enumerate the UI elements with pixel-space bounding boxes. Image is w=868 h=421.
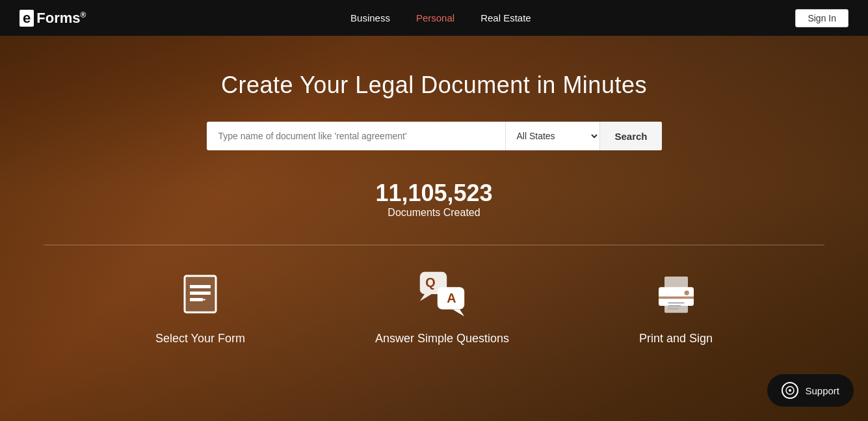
step-print-label: Print and Sign [639, 332, 713, 346]
svg-rect-10 [195, 299, 205, 301]
logo[interactable]: e Forms® [20, 10, 86, 27]
svg-point-21 [684, 291, 689, 295]
svg-point-26 [789, 389, 791, 392]
logo-icon: e [20, 10, 34, 27]
svg-rect-9 [195, 293, 211, 294]
hero-content: Create Your Legal Document in Minutes Al… [0, 36, 868, 346]
step-answer-questions: Q A Answer Simple Questions [375, 268, 509, 346]
signin-button[interactable]: Sign In [795, 9, 848, 27]
svg-rect-18 [664, 277, 688, 290]
svg-rect-7 [190, 298, 193, 301]
svg-text:Q: Q [425, 275, 435, 290]
hero-section: Create Your Legal Document in Minutes Al… [0, 36, 868, 421]
step-form-label: Select Your Form [155, 332, 245, 346]
print-icon [650, 268, 702, 320]
svg-text:A: A [447, 291, 456, 305]
nav-personal[interactable]: Personal [416, 12, 454, 23]
nav-business[interactable]: Business [350, 12, 390, 23]
svg-marker-12 [420, 294, 432, 301]
state-select[interactable]: All States AlabamaAlaskaArizonaArkansas … [505, 122, 599, 150]
support-button[interactable]: Support [767, 374, 854, 407]
doc-count-label: Documents Created [388, 207, 480, 218]
hero-divider [44, 245, 825, 245]
search-input[interactable] [207, 122, 506, 150]
svg-marker-14 [453, 309, 464, 316]
navbar: e Forms® Business Personal Real Estate S… [0, 0, 868, 36]
qa-icon: Q A [416, 268, 468, 320]
hero-title: Create Your Legal Document in Minutes [221, 72, 647, 99]
search-bar: All States AlabamaAlaskaArizonaArkansas … [207, 122, 662, 150]
svg-rect-5 [190, 285, 193, 288]
doc-count-area: 11,105,523 Documents Created [375, 180, 492, 219]
svg-rect-6 [190, 292, 193, 295]
chat-icon [782, 382, 798, 399]
form-icon [174, 268, 226, 320]
step-print-sign: Print and Sign [639, 268, 713, 346]
svg-rect-22 [668, 303, 684, 304]
support-label: Support [805, 385, 839, 396]
step-select-form: Select Your Form [155, 268, 245, 346]
nav-links: Business Personal Real Estate [350, 12, 531, 23]
search-button[interactable]: Search [599, 122, 661, 150]
nav-realestate[interactable]: Real Estate [480, 12, 531, 23]
svg-rect-8 [195, 286, 211, 288]
steps-row: Select Your Form Q A [155, 268, 713, 346]
logo-text: Forms® [36, 10, 86, 27]
step-questions-label: Answer Simple Questions [375, 332, 509, 346]
svg-rect-24 [668, 308, 678, 310]
doc-count-number: 11,105,523 [375, 180, 492, 207]
svg-rect-23 [668, 305, 681, 306]
svg-rect-20 [659, 297, 694, 299]
